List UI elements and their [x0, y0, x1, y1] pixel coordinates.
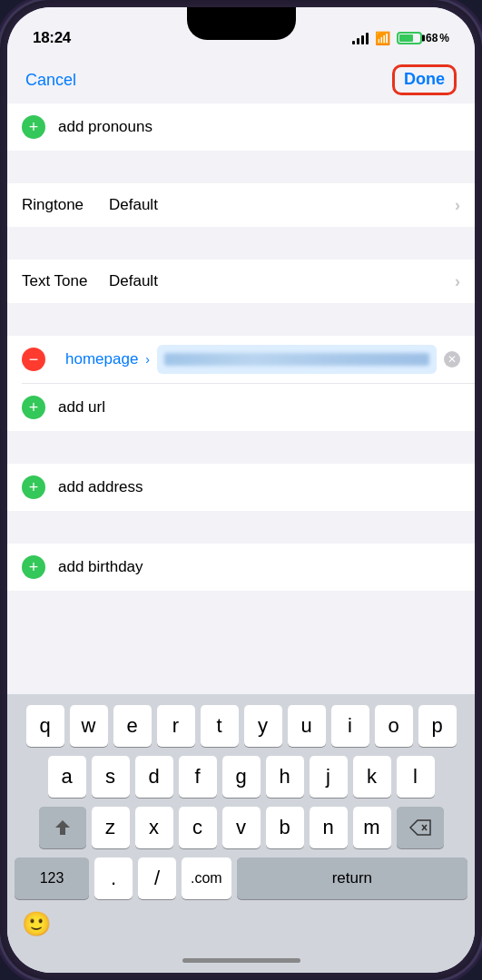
- notch: [187, 7, 296, 40]
- key-r[interactable]: r: [157, 705, 195, 747]
- key-e[interactable]: e: [113, 705, 152, 747]
- key-h[interactable]: h: [266, 756, 304, 798]
- texttone-section: Text Tone Default ›: [7, 260, 475, 303]
- url-input-field[interactable]: [157, 345, 437, 374]
- key-123[interactable]: 123: [15, 858, 89, 899]
- keyboard-row-3: z x c v b n m: [11, 807, 471, 848]
- emoji-button[interactable]: 🙂: [22, 910, 51, 938]
- key-c[interactable]: c: [179, 807, 217, 848]
- key-slash[interactable]: /: [138, 858, 176, 899]
- add-url-row[interactable]: + add url: [7, 384, 475, 431]
- key-m[interactable]: m: [353, 807, 391, 848]
- key-q[interactable]: q: [26, 705, 64, 747]
- add-pronouns-label: add pronouns: [58, 118, 460, 136]
- url-clear-button[interactable]: ✕: [444, 351, 460, 368]
- key-w[interactable]: w: [70, 705, 108, 747]
- battery-percent: 68: [426, 32, 438, 44]
- gap-2: [7, 227, 475, 260]
- texttone-value: Default: [109, 272, 455, 290]
- keyboard: q w e r t y u i o p a s d f g: [7, 694, 475, 947]
- add-url-icon[interactable]: +: [22, 396, 45, 419]
- texttone-label: Text Tone: [22, 272, 103, 290]
- key-z[interactable]: z: [92, 807, 130, 848]
- backspace-key[interactable]: [397, 807, 444, 848]
- key-o[interactable]: o: [375, 705, 413, 747]
- key-i[interactable]: i: [331, 705, 369, 747]
- keyboard-row-2: a s d f g h j k l: [11, 756, 471, 798]
- key-n[interactable]: n: [310, 807, 348, 848]
- add-pronouns-icon[interactable]: +: [22, 115, 45, 139]
- content-area: + add pronouns Ringtone Default › Text T…: [7, 103, 475, 973]
- add-url-label: add url: [58, 398, 460, 416]
- status-icons: 📶 68 %: [352, 31, 449, 45]
- homepage-label[interactable]: homepage: [65, 350, 138, 368]
- homepage-chevron-icon: ›: [145, 352, 150, 367]
- battery-icon: [397, 32, 422, 44]
- key-s[interactable]: s: [92, 756, 130, 798]
- screen: 18:24 📶 68 %: [7, 7, 475, 973]
- homepage-row[interactable]: − homepage › ✕: [7, 336, 475, 383]
- home-bar: [182, 958, 300, 963]
- ringtone-chevron-icon: ›: [455, 196, 460, 215]
- home-indicator: [7, 947, 475, 973]
- signal-icon: [352, 32, 369, 44]
- add-pronouns-row[interactable]: + add pronouns: [7, 103, 475, 151]
- gap-5: [7, 511, 475, 544]
- texttone-chevron-icon: ›: [455, 272, 460, 291]
- return-key[interactable]: return: [237, 858, 467, 899]
- done-button[interactable]: Done: [392, 64, 457, 95]
- wifi-icon: 📶: [375, 31, 390, 45]
- gap-4: [7, 431, 475, 464]
- keyboard-bottom-row: 123 . / .com return: [11, 858, 471, 899]
- address-section: + add address: [7, 464, 475, 511]
- key-j[interactable]: j: [310, 756, 348, 798]
- url-section: − homepage › ✕ + add url: [7, 336, 475, 431]
- gap-1: [7, 151, 475, 183]
- key-l[interactable]: l: [397, 756, 435, 798]
- key-p[interactable]: p: [418, 705, 457, 747]
- keyboard-row-1: q w e r t y u i o p: [11, 705, 471, 747]
- birthday-section: + add birthday: [7, 544, 475, 591]
- add-birthday-row[interactable]: + add birthday: [7, 544, 475, 591]
- key-d[interactable]: d: [135, 756, 173, 798]
- cancel-button[interactable]: Cancel: [25, 71, 76, 90]
- add-birthday-label: add birthday: [58, 558, 460, 576]
- key-period[interactable]: .: [94, 858, 133, 899]
- key-dotcom[interactable]: .com: [182, 858, 231, 899]
- gap-3: [7, 303, 475, 336]
- add-address-row[interactable]: + add address: [7, 464, 475, 511]
- key-v[interactable]: v: [222, 807, 261, 848]
- add-address-label: add address: [58, 478, 460, 496]
- battery-fill: [399, 34, 413, 42]
- texttone-row[interactable]: Text Tone Default ›: [7, 260, 475, 303]
- key-x[interactable]: x: [135, 807, 173, 848]
- ringtone-label: Ringtone: [22, 196, 103, 214]
- key-a[interactable]: a: [48, 756, 86, 798]
- key-f[interactable]: f: [179, 756, 217, 798]
- pronouns-section: + add pronouns: [7, 103, 475, 151]
- keyboard-spacer: [7, 591, 475, 694]
- remove-homepage-icon[interactable]: −: [22, 348, 45, 371]
- phone-shell: 18:24 📶 68 %: [0, 0, 482, 980]
- ringtone-section: Ringtone Default ›: [7, 183, 475, 227]
- battery-container: 68 %: [397, 32, 449, 44]
- key-u[interactable]: u: [288, 705, 326, 747]
- emoji-bar: 🙂: [11, 905, 471, 942]
- ringtone-row[interactable]: Ringtone Default ›: [7, 183, 475, 227]
- key-k[interactable]: k: [353, 756, 391, 798]
- status-bar: 18:24 📶 68 %: [7, 7, 475, 56]
- shift-key[interactable]: [39, 807, 86, 848]
- key-y[interactable]: y: [244, 705, 282, 747]
- add-address-icon[interactable]: +: [22, 475, 45, 499]
- nav-bar: Cancel Done: [7, 56, 475, 103]
- add-birthday-icon[interactable]: +: [22, 555, 45, 579]
- key-g[interactable]: g: [222, 756, 261, 798]
- ringtone-value: Default: [109, 196, 455, 214]
- url-value-blurred: [164, 353, 429, 366]
- key-t[interactable]: t: [201, 705, 239, 747]
- key-b[interactable]: b: [266, 807, 304, 848]
- status-time: 18:24: [33, 29, 71, 47]
